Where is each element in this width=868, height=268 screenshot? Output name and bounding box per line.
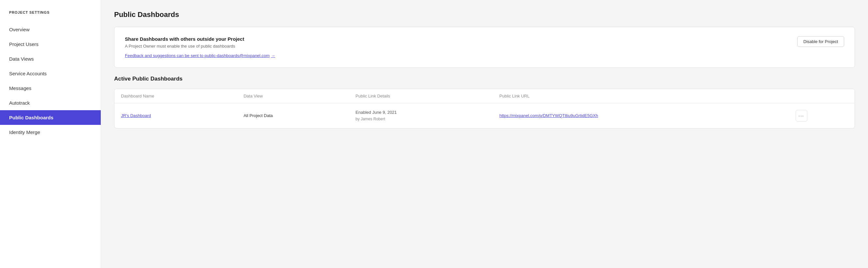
sidebar-item-data-views[interactable]: Data Views — [0, 52, 101, 66]
data-view-cell: All Project Data — [237, 103, 349, 128]
col-data-view: Data View — [237, 89, 349, 103]
sidebar-item-label: Project Users — [9, 41, 38, 47]
active-section-title: Active Public Dashboards — [114, 76, 855, 82]
col-link-url: Public Link URL — [493, 89, 789, 103]
sidebar-item-messages[interactable]: Messages — [0, 81, 101, 95]
active-dashboards-section: Active Public Dashboards Dashboard Name … — [114, 76, 855, 128]
share-card-inner: Share Dashboards with others outside you… — [125, 36, 844, 58]
col-link-details: Public Link Details — [349, 89, 493, 103]
table-header-row: Dashboard Name Data View Public Link Det… — [115, 89, 855, 103]
arrow-icon: → — [271, 53, 275, 58]
sidebar-item-public-dashboards[interactable]: Public Dashboards — [0, 110, 101, 125]
sidebar-item-project-users[interactable]: Project Users — [0, 37, 101, 52]
sidebar-item-label: Service Accounts — [9, 71, 46, 76]
page-title: Public Dashboards — [114, 10, 855, 19]
share-subtitle: A Project Owner must enable the use of p… — [125, 44, 787, 49]
sidebar-item-autotrack[interactable]: Autotrack — [0, 95, 101, 110]
col-actions — [789, 89, 855, 103]
sidebar-item-label: Data Views — [9, 56, 34, 62]
sidebar-item-label: Autotrack — [9, 100, 30, 106]
table-body: JR's Dashboard All Project Data Enabled … — [115, 103, 855, 128]
feedback-link[interactable]: Feedback and suggestions can be sent to … — [125, 53, 275, 58]
sidebar-item-label: Identity Merge — [9, 129, 40, 135]
col-dashboard-name: Dashboard Name — [115, 89, 237, 103]
sidebar: PROJECT SETTINGS Overview Project Users … — [0, 0, 101, 268]
more-options-button[interactable]: ··· — [796, 110, 807, 122]
dashboard-name-cell[interactable]: JR's Dashboard — [115, 103, 237, 128]
share-card: Share Dashboards with others outside you… — [114, 27, 855, 68]
link-url-cell[interactable]: https://mixpanel.com/p/DMTYWQT8iu9uGrtid… — [493, 103, 789, 128]
sidebar-title: PROJECT SETTINGS — [0, 10, 101, 22]
actions-cell: ··· — [789, 103, 855, 128]
dashboards-table: Dashboard Name Data View Public Link Det… — [115, 89, 855, 128]
sidebar-item-label: Messages — [9, 85, 31, 91]
sidebar-item-label: Overview — [9, 27, 30, 32]
link-details-cell: Enabled June 9, 2021 by James Robert — [349, 103, 493, 128]
share-title: Share Dashboards with others outside you… — [125, 36, 787, 42]
link-details-by: by James Robert — [355, 116, 486, 122]
share-card-left: Share Dashboards with others outside you… — [125, 36, 787, 58]
sidebar-item-service-accounts[interactable]: Service Accounts — [0, 66, 101, 81]
sidebar-nav: Overview Project Users Data Views Servic… — [0, 22, 101, 140]
link-details-date: Enabled June 9, 2021 — [355, 109, 486, 116]
dashboards-table-container: Dashboard Name Data View Public Link Det… — [114, 89, 855, 128]
table-row: JR's Dashboard All Project Data Enabled … — [115, 103, 855, 128]
feedback-link-text: Feedback and suggestions can be sent to … — [125, 53, 270, 58]
disable-for-project-button[interactable]: Disable for Project — [797, 36, 844, 47]
sidebar-item-label: Public Dashboards — [9, 115, 54, 120]
sidebar-item-identity-merge[interactable]: Identity Merge — [0, 125, 101, 140]
main-content: Public Dashboards Share Dashboards with … — [101, 0, 868, 268]
table-header: Dashboard Name Data View Public Link Det… — [115, 89, 855, 103]
sidebar-item-overview[interactable]: Overview — [0, 22, 101, 37]
